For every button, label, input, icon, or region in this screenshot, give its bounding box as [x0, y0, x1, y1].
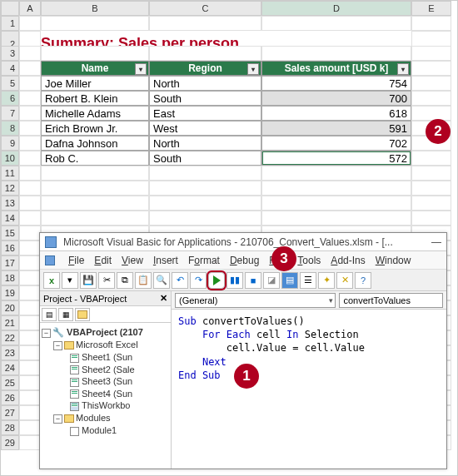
table-cell[interactable]: 754	[261, 76, 411, 91]
object-dropdown[interactable]: (General)▾	[175, 293, 336, 308]
row-header-20[interactable]: 20	[1, 300, 19, 315]
menu-view[interactable]: View	[122, 255, 143, 266]
toolbar-help-icon[interactable]: ?	[355, 272, 371, 289]
toolbar-copy-icon[interactable]: ⧉	[117, 272, 133, 289]
row-header-23[interactable]: 23	[1, 345, 19, 360]
toolbar-run-icon[interactable]	[208, 272, 225, 289]
minimize-icon[interactable]: —	[431, 236, 441, 248]
table-cell[interactable]: West	[149, 121, 261, 136]
toolbar-dropdown-icon[interactable]: ▾	[62, 272, 78, 289]
filter-icon[interactable]: ▾	[397, 63, 409, 75]
toolbar-project-icon[interactable]: ▤	[281, 272, 298, 289]
toolbar-toolbox-icon[interactable]: ✕	[336, 272, 353, 289]
row-header-8[interactable]: 8	[1, 121, 19, 136]
row-header-28[interactable]: 28	[1, 420, 19, 435]
vbe-titlebar[interactable]: Microsoft Visual Basic for Applications …	[40, 233, 446, 251]
row-header-9[interactable]: 9	[1, 136, 19, 151]
row-header-1[interactable]: 1	[1, 16, 19, 31]
toolbar-undo-icon[interactable]: ↶	[172, 272, 188, 289]
menu-debug[interactable]: Debug	[230, 255, 259, 266]
code-editor[interactable]: Sub convertToValues() For Each cell In S…	[172, 310, 446, 387]
table-cell[interactable]: 618	[261, 106, 411, 121]
table-cell[interactable]: North	[149, 136, 261, 151]
menu-file[interactable]: File	[68, 255, 84, 266]
toolbar-properties-icon[interactable]: ☰	[300, 272, 316, 289]
row-header-7[interactable]: 7	[1, 106, 19, 121]
row-header-15[interactable]: 15	[1, 226, 19, 240]
row-header-19[interactable]: 19	[1, 285, 19, 300]
row-header-25[interactable]: 25	[1, 375, 19, 390]
toolbar-reset-icon[interactable]: ■	[245, 272, 261, 289]
close-icon[interactable]: ✕	[160, 293, 167, 304]
row-header-13[interactable]: 13	[1, 196, 19, 211]
row-header-4[interactable]: 4	[1, 61, 19, 76]
table-cell[interactable]: East	[149, 106, 261, 121]
table-cell[interactable]: 702	[261, 136, 411, 151]
col-header-A[interactable]: A	[19, 1, 41, 16]
toolbar-break-icon[interactable]: ▮▮	[227, 272, 243, 289]
filter-icon[interactable]: ▾	[135, 63, 147, 75]
row-header-27[interactable]: 27	[1, 405, 19, 420]
menu-format[interactable]: Format	[188, 255, 220, 266]
toolbar-browser-icon[interactable]: ✦	[318, 272, 335, 289]
active-cell[interactable]: 572	[261, 151, 411, 166]
col-header-B[interactable]: B	[41, 1, 149, 16]
table-cell[interactable]: 591	[261, 121, 411, 136]
table-cell[interactable]: Robert B. Klein	[41, 91, 149, 106]
vbe-menu-bar: File Edit View Insert Format Debug Run T…	[40, 251, 446, 270]
menu-tools[interactable]: Tools	[297, 255, 321, 266]
row-header-5[interactable]: 5	[1, 76, 19, 91]
toolbar-excel-icon[interactable]: x	[43, 272, 60, 289]
table-cell[interactable]: South	[149, 151, 261, 166]
menu-edit[interactable]: Edit	[94, 255, 112, 266]
select-all-corner[interactable]	[1, 1, 19, 16]
row-header-10[interactable]: 10	[1, 151, 19, 166]
row-header-6[interactable]: 6	[1, 91, 19, 106]
toolbar-save-icon[interactable]: 💾	[80, 272, 97, 289]
menu-addins[interactable]: Add-Ins	[331, 255, 365, 266]
row-header-14[interactable]: 14	[1, 211, 19, 226]
table-cell[interactable]: Michelle Adams	[41, 106, 149, 121]
row-header-17[interactable]: 17	[1, 255, 19, 270]
row-header-18[interactable]: 18	[1, 270, 19, 285]
row-header-26[interactable]: 26	[1, 390, 19, 405]
table-cell[interactable]: 700	[261, 91, 411, 106]
code-pane: (General)▾ convertToValues Sub convertTo…	[172, 291, 446, 469]
toolbar-cut-icon[interactable]: ✂	[98, 272, 115, 289]
row-header-11[interactable]: 11	[1, 166, 19, 181]
callout-badge-2: 2	[426, 119, 451, 144]
procedure-dropdown[interactable]: convertToValues	[339, 293, 443, 308]
project-tree[interactable]: −🔧 VBAProject (2107 −Microsoft Excel She…	[40, 323, 171, 469]
toolbar-redo-icon[interactable]: ↷	[190, 272, 207, 289]
toolbar-design-icon[interactable]: ◪	[263, 272, 280, 289]
col-header-E[interactable]: E	[411, 1, 451, 16]
view-object-icon[interactable]: ▦	[58, 308, 73, 321]
table-cell[interactable]: North	[149, 76, 261, 91]
table-cell[interactable]: Erich Brown Jr.	[41, 121, 149, 136]
row-header-29[interactable]: 29	[1, 435, 19, 450]
table-cell[interactable]: Dafna Johnson	[41, 136, 149, 151]
view-code-icon[interactable]: ▤	[42, 308, 57, 321]
project-explorer-title: Project - VBAProject ✕	[40, 291, 171, 306]
row-header-16[interactable]: 16	[1, 240, 19, 255]
menu-window[interactable]: Window	[376, 255, 411, 266]
table-cell[interactable]: South	[149, 91, 261, 106]
toggle-folders-icon[interactable]	[75, 308, 90, 321]
row-header-21[interactable]: 21	[1, 315, 19, 330]
row-header-24[interactable]: 24	[1, 360, 19, 375]
vbe-toolbar: x ▾ 💾 ✂ ⧉ 📋 🔍 ↶ ↷ ▮▮ ■ ◪ ▤ ☰ ✦ ✕ ?	[40, 270, 446, 291]
table-cell[interactable]: Rob C.	[41, 151, 149, 166]
vbe-window: Microsoft Visual Basic for Applications …	[39, 232, 447, 469]
menu-insert[interactable]: Insert	[153, 255, 178, 266]
row-header-3[interactable]: 3	[1, 46, 19, 61]
row-header-22[interactable]: 22	[1, 330, 19, 345]
col-header-C[interactable]: C	[149, 1, 261, 16]
toolbar-paste-icon[interactable]: 📋	[135, 272, 152, 289]
row-header-12[interactable]: 12	[1, 181, 19, 196]
toolbar-find-icon[interactable]: 🔍	[153, 272, 170, 289]
project-explorer: Project - VBAProject ✕ ▤ ▦ −🔧 VBAProject…	[40, 291, 172, 469]
col-header-D[interactable]: D	[261, 1, 411, 16]
vba-small-icon	[45, 255, 55, 265]
filter-icon[interactable]: ▾	[247, 63, 259, 75]
table-cell[interactable]: Joe Miller	[41, 76, 149, 91]
